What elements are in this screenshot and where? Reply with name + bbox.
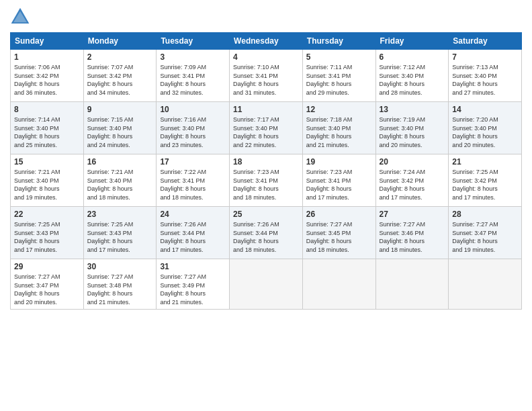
day-info: Sunrise: 7:15 AM Sunset: 3:40 PM Dayligh… (87, 116, 153, 149)
calendar-cell: 6Sunrise: 7:12 AM Sunset: 3:40 PM Daylig… (375, 50, 449, 102)
day-number: 10 (160, 105, 226, 114)
day-info: Sunrise: 7:17 AM Sunset: 3:40 PM Dayligh… (233, 116, 299, 149)
day-info: Sunrise: 7:26 AM Sunset: 3:44 PM Dayligh… (233, 220, 299, 254)
day-header-wednesday: Wednesday (230, 33, 303, 50)
day-header-sunday: Sunday (11, 33, 84, 50)
calendar-cell (375, 259, 449, 310)
calendar-cell: 3Sunrise: 7:09 AM Sunset: 3:41 PM Daylig… (157, 50, 230, 102)
day-header-thursday: Thursday (302, 33, 375, 50)
calendar-cell: 8Sunrise: 7:14 AM Sunset: 3:40 PM Daylig… (11, 102, 84, 154)
day-info: Sunrise: 7:07 AM Sunset: 3:42 PM Dayligh… (87, 63, 153, 97)
day-number: 11 (233, 105, 299, 114)
day-number: 15 (14, 157, 80, 167)
calendar-cell: 4Sunrise: 7:10 AM Sunset: 3:41 PM Daylig… (230, 50, 303, 102)
calendar-cell: 28Sunrise: 7:27 AM Sunset: 3:47 PM Dayli… (449, 207, 522, 259)
calendar-cell (302, 259, 375, 310)
day-number: 2 (87, 52, 153, 62)
day-info: Sunrise: 7:21 AM Sunset: 3:40 PM Dayligh… (14, 168, 80, 201)
day-info: Sunrise: 7:24 AM Sunset: 3:42 PM Dayligh… (380, 168, 445, 201)
day-number: 14 (452, 105, 518, 114)
day-number: 17 (160, 157, 226, 167)
day-info: Sunrise: 7:20 AM Sunset: 3:40 PM Dayligh… (452, 116, 518, 149)
day-info: Sunrise: 7:13 AM Sunset: 3:40 PM Dayligh… (452, 63, 518, 97)
day-info: Sunrise: 7:23 AM Sunset: 3:41 PM Dayligh… (306, 168, 372, 201)
day-info: Sunrise: 7:09 AM Sunset: 3:41 PM Dayligh… (160, 63, 226, 97)
day-number: 19 (306, 157, 372, 167)
day-info: Sunrise: 7:27 AM Sunset: 3:47 PM Dayligh… (452, 220, 518, 254)
day-info: Sunrise: 7:26 AM Sunset: 3:44 PM Dayligh… (160, 220, 226, 254)
calendar-cell: 26Sunrise: 7:27 AM Sunset: 3:45 PM Dayli… (302, 207, 375, 259)
day-info: Sunrise: 7:18 AM Sunset: 3:40 PM Dayligh… (306, 116, 372, 149)
calendar-cell: 27Sunrise: 7:27 AM Sunset: 3:46 PM Dayli… (375, 207, 449, 259)
calendar-cell: 15Sunrise: 7:21 AM Sunset: 3:40 PM Dayli… (11, 154, 84, 207)
day-info: Sunrise: 7:25 AM Sunset: 3:43 PM Dayligh… (87, 220, 153, 254)
day-info: Sunrise: 7:14 AM Sunset: 3:40 PM Dayligh… (14, 116, 80, 149)
day-number: 18 (233, 157, 299, 167)
calendar-cell: 21Sunrise: 7:25 AM Sunset: 3:42 PM Dayli… (449, 154, 522, 207)
calendar-cell: 31Sunrise: 7:27 AM Sunset: 3:49 PM Dayli… (157, 259, 230, 310)
day-info: Sunrise: 7:27 AM Sunset: 3:46 PM Dayligh… (380, 220, 445, 254)
day-number: 5 (306, 52, 372, 62)
day-number: 3 (160, 52, 226, 62)
calendar-cell: 7Sunrise: 7:13 AM Sunset: 3:40 PM Daylig… (449, 50, 522, 102)
day-number: 1 (14, 52, 80, 62)
day-number: 4 (233, 52, 299, 62)
day-number: 13 (380, 105, 445, 114)
calendar-cell (230, 259, 303, 310)
calendar-cell: 13Sunrise: 7:19 AM Sunset: 3:40 PM Dayli… (375, 102, 449, 154)
day-header-monday: Monday (83, 33, 157, 50)
day-number: 30 (87, 262, 153, 271)
day-number: 25 (233, 210, 299, 219)
day-info: Sunrise: 7:16 AM Sunset: 3:40 PM Dayligh… (160, 116, 226, 149)
calendar-cell: 2Sunrise: 7:07 AM Sunset: 3:42 PM Daylig… (83, 50, 157, 102)
header (10, 7, 522, 27)
header-row: SundayMondayTuesdayWednesdayThursdayFrid… (11, 33, 522, 50)
calendar-cell: 30Sunrise: 7:27 AM Sunset: 3:48 PM Dayli… (83, 259, 157, 310)
calendar-cell: 22Sunrise: 7:25 AM Sunset: 3:43 PM Dayli… (11, 207, 84, 259)
calendar-cell: 10Sunrise: 7:16 AM Sunset: 3:40 PM Dayli… (157, 102, 230, 154)
day-info: Sunrise: 7:10 AM Sunset: 3:41 PM Dayligh… (233, 63, 299, 97)
day-number: 28 (452, 210, 518, 219)
day-number: 26 (306, 210, 372, 219)
day-number: 9 (87, 105, 153, 114)
calendar-cell: 16Sunrise: 7:21 AM Sunset: 3:40 PM Dayli… (83, 154, 157, 207)
day-number: 20 (380, 157, 445, 167)
day-info: Sunrise: 7:27 AM Sunset: 3:48 PM Dayligh… (87, 273, 153, 306)
day-header-tuesday: Tuesday (157, 33, 230, 50)
day-info: Sunrise: 7:19 AM Sunset: 3:40 PM Dayligh… (380, 116, 445, 149)
day-number: 31 (160, 262, 226, 271)
calendar-table: SundayMondayTuesdayWednesdayThursdayFrid… (10, 32, 522, 310)
day-info: Sunrise: 7:22 AM Sunset: 3:41 PM Dayligh… (160, 168, 226, 201)
calendar-cell: 24Sunrise: 7:26 AM Sunset: 3:44 PM Dayli… (157, 207, 230, 259)
calendar-cell: 29Sunrise: 7:27 AM Sunset: 3:47 PM Dayli… (11, 259, 84, 310)
day-info: Sunrise: 7:27 AM Sunset: 3:45 PM Dayligh… (306, 220, 372, 254)
calendar-cell: 20Sunrise: 7:24 AM Sunset: 3:42 PM Dayli… (375, 154, 449, 207)
logo-icon (10, 7, 30, 27)
day-info: Sunrise: 7:11 AM Sunset: 3:41 PM Dayligh… (306, 63, 372, 97)
calendar-cell: 11Sunrise: 7:17 AM Sunset: 3:40 PM Dayli… (230, 102, 303, 154)
calendar-cell: 12Sunrise: 7:18 AM Sunset: 3:40 PM Dayli… (302, 102, 375, 154)
calendar-cell: 9Sunrise: 7:15 AM Sunset: 3:40 PM Daylig… (83, 102, 157, 154)
day-header-friday: Friday (375, 33, 449, 50)
calendar-cell: 1Sunrise: 7:06 AM Sunset: 3:42 PM Daylig… (11, 50, 84, 102)
day-number: 21 (452, 157, 518, 167)
day-number: 29 (14, 262, 80, 271)
day-info: Sunrise: 7:25 AM Sunset: 3:43 PM Dayligh… (14, 220, 80, 254)
day-number: 16 (87, 157, 153, 167)
calendar-cell: 14Sunrise: 7:20 AM Sunset: 3:40 PM Dayli… (449, 102, 522, 154)
day-number: 23 (87, 210, 153, 219)
day-header-saturday: Saturday (449, 33, 522, 50)
day-number: 22 (14, 210, 80, 219)
day-info: Sunrise: 7:06 AM Sunset: 3:42 PM Dayligh… (14, 63, 80, 97)
day-number: 8 (14, 105, 80, 114)
day-number: 6 (380, 52, 445, 62)
calendar-cell: 19Sunrise: 7:23 AM Sunset: 3:41 PM Dayli… (302, 154, 375, 207)
day-info: Sunrise: 7:27 AM Sunset: 3:49 PM Dayligh… (160, 273, 226, 306)
calendar-cell: 23Sunrise: 7:25 AM Sunset: 3:43 PM Dayli… (83, 207, 157, 259)
day-info: Sunrise: 7:25 AM Sunset: 3:42 PM Dayligh… (452, 168, 518, 201)
day-info: Sunrise: 7:27 AM Sunset: 3:47 PM Dayligh… (14, 273, 80, 306)
calendar-cell (449, 259, 522, 310)
calendar-cell: 5Sunrise: 7:11 AM Sunset: 3:41 PM Daylig… (302, 50, 375, 102)
day-number: 7 (452, 52, 518, 62)
day-info: Sunrise: 7:12 AM Sunset: 3:40 PM Dayligh… (380, 63, 445, 97)
